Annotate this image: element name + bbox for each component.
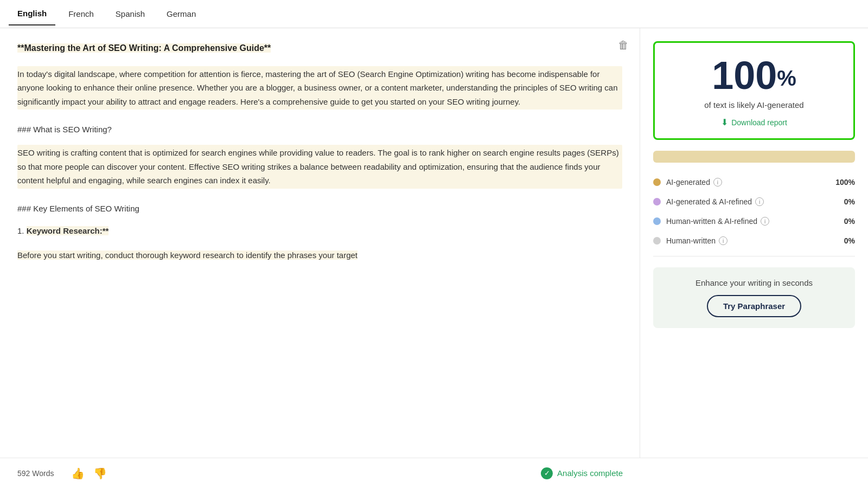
download-label: Download report xyxy=(731,118,787,127)
stat-label-human-written: Human-written i xyxy=(666,236,844,245)
stat-ai-generated: AI-generated i 100% xyxy=(653,178,855,187)
stat-human-ai-refined: Human-written & AI-refined i 0% xyxy=(653,217,855,226)
score-label: of text is likely AI-generated xyxy=(666,100,843,110)
paragraph-2: SEO writing is crafting content that is … xyxy=(17,145,622,189)
feedback-icons: 👍 👎 xyxy=(71,467,107,480)
bottom-bar: 592 Words 👍 👎 ✓ Analysis complete xyxy=(0,458,640,488)
tab-german[interactable]: German xyxy=(158,3,205,25)
bottom-container: 592 Words 👍 👎 ✓ Analysis complete xyxy=(0,458,868,488)
score-display: 100% xyxy=(666,56,843,95)
tab-spanish[interactable]: Spanish xyxy=(107,3,154,25)
paragraph-1: In today's digital landscape, where comp… xyxy=(17,66,622,110)
delete-icon[interactable]: 🗑 xyxy=(618,39,629,52)
stat-value-human-written: 0% xyxy=(844,236,855,245)
word-count: 592 Words xyxy=(17,469,54,478)
enhance-box: Enhance your writing in seconds Try Para… xyxy=(653,267,855,328)
stat-dot-human-ai-refined xyxy=(653,217,661,225)
paragraph-3: Before you start writing, conduct thorou… xyxy=(17,248,622,262)
stat-label-ai-refined: AI-generated & AI-refined i xyxy=(666,197,844,206)
score-number: 100 xyxy=(712,54,777,97)
score-percent-symbol: % xyxy=(777,66,796,90)
tab-english[interactable]: English xyxy=(9,2,55,25)
info-icon-human-ai-refined[interactable]: i xyxy=(761,217,769,226)
analysis-status-text: Analysis complete xyxy=(557,468,623,478)
download-report-link[interactable]: ⬇ Download report xyxy=(666,117,843,127)
thumbs-up-icon[interactable]: 👍 xyxy=(71,467,85,480)
stat-value-human-ai-refined: 0% xyxy=(844,217,855,226)
stat-dot-ai-generated xyxy=(653,178,661,186)
divider xyxy=(653,256,855,256)
stat-value-ai-generated: 100% xyxy=(835,178,855,187)
article-title: **Mastering the Art of SEO Writing: A Co… xyxy=(17,41,622,55)
stat-value-ai-refined: 0% xyxy=(844,197,855,206)
stat-label-human-ai-refined: Human-written & AI-refined i xyxy=(666,217,844,226)
stat-label-ai-generated: AI-generated i xyxy=(666,178,835,187)
paraphraser-button[interactable]: Try Paraphraser xyxy=(707,295,801,317)
tab-bar: English French Spanish German xyxy=(0,0,868,28)
list-item-1: 1. Keyword Research:** xyxy=(17,224,622,238)
check-circle-icon: ✓ xyxy=(541,467,553,479)
stat-human-written: Human-written i 0% xyxy=(653,236,855,245)
tab-french[interactable]: French xyxy=(60,3,103,25)
thumbs-down-icon[interactable]: 👎 xyxy=(93,467,107,480)
info-icon-ai-refined[interactable]: i xyxy=(755,197,764,206)
right-panel: 100% of text is likely AI-generated ⬇ Do… xyxy=(640,28,868,458)
progress-bar xyxy=(653,151,855,163)
download-icon: ⬇ xyxy=(721,117,728,127)
progress-bar-fill xyxy=(653,151,855,163)
text-panel: 🗑 **Mastering the Art of SEO Writing: A … xyxy=(0,28,640,458)
score-card: 100% of text is likely AI-generated ⬇ Do… xyxy=(653,41,855,140)
bottom-right-spacer xyxy=(640,458,868,488)
stat-dot-human-written xyxy=(653,237,661,245)
info-icon-human-written[interactable]: i xyxy=(719,236,727,245)
info-icon-ai-generated[interactable]: i xyxy=(713,178,722,187)
enhance-title: Enhance your writing in seconds xyxy=(664,278,844,287)
analysis-status: ✓ Analysis complete xyxy=(541,467,623,479)
heading-1: ### What is SEO Writing? xyxy=(17,125,622,134)
stat-ai-refined: AI-generated & AI-refined i 0% xyxy=(653,197,855,206)
heading-2: ### Key Elements of SEO Writing xyxy=(17,204,622,213)
stat-dot-ai-refined xyxy=(653,198,661,206)
main-content: 🗑 **Mastering the Art of SEO Writing: A … xyxy=(0,28,868,458)
